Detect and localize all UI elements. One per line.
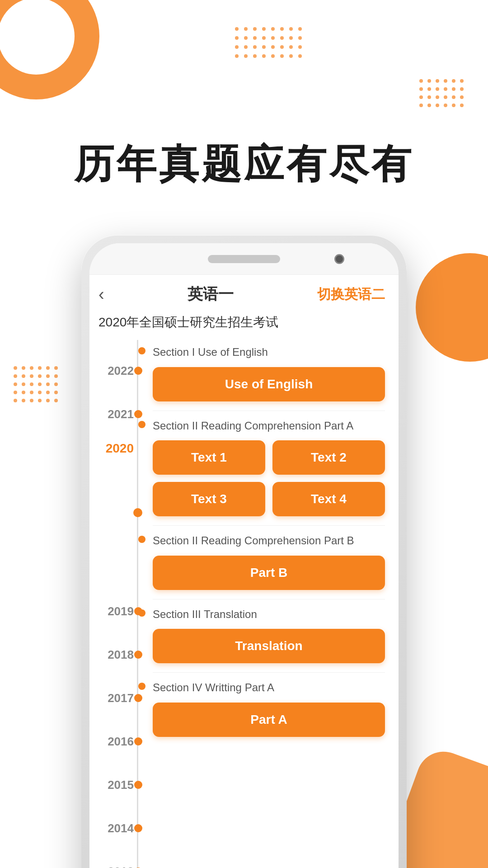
section-2a-block: Section II Reading Comprehension Part A … [153, 418, 385, 517]
divider-1 [153, 410, 385, 411]
text4-button[interactable]: Text 4 [272, 482, 385, 516]
section-2b-buttons: Part B [153, 556, 385, 590]
phone-wrapper: ‹ 英语一 切换英语二 2020年全国硕士研究生招生考试 2022 2021 2… [81, 235, 407, 868]
text3-button[interactable]: Text 3 [153, 482, 265, 516]
main-section: Section I Use of English Use of English … [148, 340, 399, 868]
section-4-label: Section IV Writting Part A [153, 680, 385, 695]
year-item-2016[interactable]: 2016 [89, 720, 148, 763]
partb-button[interactable]: Part B [153, 556, 385, 590]
app-title: 英语一 [188, 284, 234, 305]
divider-3 [153, 599, 385, 599]
bg-circle-right-mid [416, 253, 488, 362]
section-3-buttons: Translation [153, 629, 385, 663]
text2-button[interactable]: Text 2 [272, 440, 385, 475]
phone-camera [334, 254, 344, 264]
section-4-buttons: Part A [153, 703, 385, 737]
phone-outer: ‹ 英语一 切换英语二 2020年全国硕士研究生招生考试 2022 2021 2… [81, 235, 407, 868]
section-3-label: Section III Translation [153, 607, 385, 622]
phone-inner: ‹ 英语一 切换英语二 2020年全国硕士研究生招生考试 2022 2021 2… [89, 243, 399, 868]
switch-button[interactable]: 切换英语二 [317, 285, 385, 304]
text1-button[interactable]: Text 1 [153, 440, 265, 475]
year-item-2020[interactable]: 2020 [89, 436, 148, 590]
section-2b-block: Section II Reading Comprehension Part B … [153, 533, 385, 590]
bg-dots-top-center [235, 27, 305, 61]
section-1-label: Section I Use of English [153, 344, 385, 360]
year-item-2022[interactable]: 2022 [89, 349, 148, 392]
bg-dots-left [14, 366, 60, 404]
section-2a-label: Section II Reading Comprehension Part A [153, 418, 385, 434]
app-header: ‹ 英语一 切换英语二 [89, 275, 399, 309]
back-button[interactable]: ‹ [99, 285, 104, 304]
year-item-2015[interactable]: 2015 [89, 763, 148, 807]
year-item-2014[interactable]: 2014 [89, 807, 148, 850]
app-content: 2022 2021 2020 2019 2018 2017 2016 2015 … [89, 340, 399, 868]
divider-4 [153, 672, 385, 673]
hero-title: 历年真题应有尽有 [36, 140, 452, 188]
section-3-block: Section III Translation Translation [153, 607, 385, 664]
translation-button[interactable]: Translation [153, 629, 385, 663]
section-1-buttons: Use of English [153, 367, 385, 401]
year-sidebar: 2022 2021 2020 2019 2018 2017 2016 2015 … [89, 340, 148, 868]
exam-subtitle: 2020年全国硕士研究生招生考试 [89, 309, 399, 340]
section-4-block: Section IV Writting Part A Part A [153, 680, 385, 737]
phone-speaker [208, 255, 280, 263]
year-item-2021[interactable]: 2021 [89, 392, 148, 436]
section-2a-buttons: Text 1 Text 2 Text 3 Text 4 [153, 440, 385, 516]
section-1-block: Section I Use of English Use of English [153, 344, 385, 401]
phone-notch-bar [89, 243, 399, 275]
parta-button[interactable]: Part A [153, 703, 385, 737]
use-of-english-button[interactable]: Use of English [153, 367, 385, 401]
bg-circle-top-left [0, 0, 99, 99]
year-item-2013[interactable]: 2013 [89, 850, 148, 868]
year-item-2018[interactable]: 2018 [89, 633, 148, 676]
year-item-2019[interactable]: 2019 [89, 590, 148, 633]
bg-dots-right [419, 79, 465, 109]
divider-2 [153, 525, 385, 526]
section-2b-label: Section II Reading Comprehension Part B [153, 533, 385, 548]
